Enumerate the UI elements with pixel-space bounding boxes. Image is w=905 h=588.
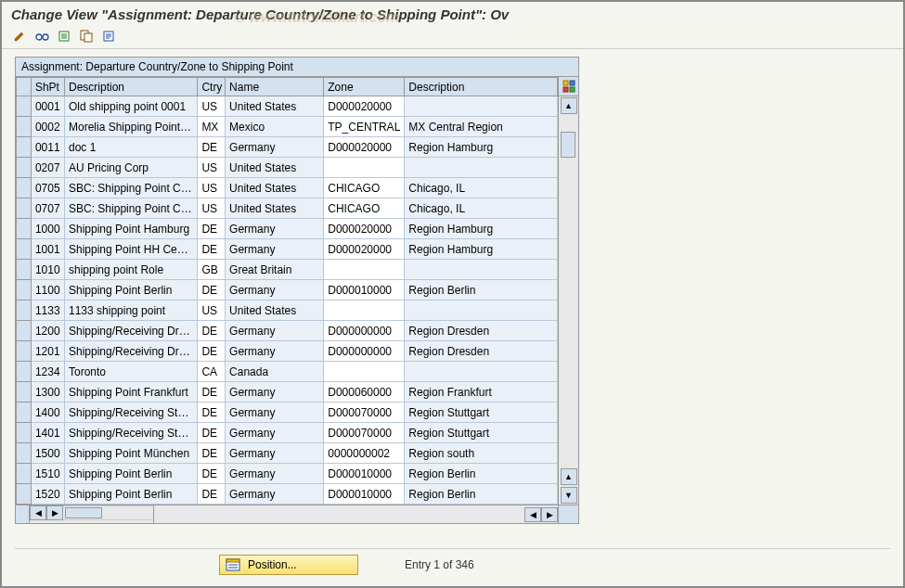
cell-name[interactable]: Germany — [226, 239, 324, 260]
cell-zone[interactable]: D000000000 — [324, 341, 405, 362]
copy-as-button[interactable] — [78, 28, 95, 45]
row-selector[interactable] — [17, 341, 32, 362]
cell-zone[interactable]: CHICAGO — [324, 198, 405, 219]
position-button[interactable]: Position... — [219, 555, 358, 575]
cell-zone[interactable]: D000000000 — [324, 321, 405, 341]
cell-zone[interactable]: D000020000 — [324, 96, 405, 117]
table-row[interactable]: 1100Shipping Point BerlinDEGermanyD00001… — [17, 280, 558, 300]
table-row[interactable]: 1401Shipping/Receiving Stutt..DEGermanyD… — [17, 423, 558, 443]
cell-zone[interactable] — [324, 362, 405, 382]
cell-description1[interactable]: Shipping/Receiving Stutt.. — [65, 423, 198, 443]
new-entries-button[interactable] — [56, 28, 72, 45]
cell-shpt[interactable]: 1133 — [31, 300, 64, 321]
cell-ctry[interactable]: US — [198, 178, 226, 198]
cell-description2[interactable]: Region Hamburg — [405, 219, 558, 239]
table-settings-button[interactable] — [558, 77, 578, 96]
cell-description2[interactable] — [405, 158, 558, 178]
cell-zone[interactable]: CHICAGO — [324, 178, 405, 198]
cell-shpt[interactable]: 0002 — [31, 117, 64, 137]
table-row[interactable]: 1001Shipping Point HH Cent…DEGermanyD000… — [17, 239, 558, 260]
cell-description2[interactable]: Region south — [405, 443, 558, 464]
table-row[interactable]: 1500Shipping Point MünchenDEGermany00000… — [17, 443, 558, 464]
cell-shpt[interactable]: 1201 — [31, 341, 64, 362]
cell-zone[interactable]: 0000000002 — [324, 443, 405, 464]
column-zone[interactable]: Zone — [324, 78, 405, 96]
row-selector[interactable] — [17, 464, 32, 484]
cell-description1[interactable]: 1133 shipping point — [65, 300, 198, 321]
cell-ctry[interactable]: DE — [198, 423, 226, 443]
cell-ctry[interactable]: US — [198, 158, 226, 178]
cell-ctry[interactable]: US — [198, 198, 226, 219]
table-row[interactable]: 0707SBC: Shipping Point Chi…USUnited Sta… — [17, 198, 558, 219]
cell-description1[interactable]: Shipping/Receiving Stutt.. — [65, 403, 198, 423]
cell-description2[interactable]: Chicago, IL — [405, 198, 558, 219]
column-name[interactable]: Name — [226, 78, 324, 96]
cell-name[interactable]: Germany — [226, 341, 324, 362]
cell-name[interactable]: Germany — [226, 137, 324, 158]
cell-description1[interactable]: Toronto — [65, 362, 198, 382]
cell-name[interactable]: Germany — [226, 443, 324, 464]
cell-description1[interactable]: Morelia Shipping Point H.. — [65, 117, 198, 137]
table-row[interactable]: 1234TorontoCACanada — [17, 362, 558, 382]
assignment-table[interactable]: ShPt Description Ctry Name Zone Descript… — [16, 77, 558, 505]
cell-shpt[interactable]: 0001 — [31, 96, 64, 117]
cell-shpt[interactable]: 1234 — [31, 362, 64, 382]
cell-name[interactable]: Germany — [226, 464, 324, 484]
cell-shpt[interactable]: 0011 — [31, 137, 64, 158]
row-selector[interactable] — [17, 423, 32, 443]
cell-zone[interactable]: D000060000 — [324, 382, 405, 403]
row-selector[interactable] — [17, 300, 32, 321]
cell-shpt[interactable]: 1010 — [31, 260, 64, 280]
cell-shpt[interactable]: 1520 — [31, 484, 64, 505]
cell-name[interactable]: Germany — [226, 403, 324, 423]
row-selector[interactable] — [17, 484, 32, 505]
column-description2[interactable]: Description — [405, 78, 558, 96]
cell-shpt[interactable]: 1200 — [31, 321, 64, 341]
column-shpt[interactable]: ShPt — [31, 78, 64, 96]
cell-description2[interactable] — [405, 96, 558, 117]
cell-zone[interactable]: D000070000 — [324, 403, 405, 423]
cell-name[interactable]: Germany — [226, 382, 324, 403]
cell-ctry[interactable]: DE — [198, 137, 226, 158]
cell-description1[interactable]: SBC: Shipping Point Chi… — [65, 178, 198, 198]
cell-description2[interactable]: Region Hamburg — [405, 137, 558, 158]
cell-shpt[interactable]: 1500 — [31, 443, 64, 464]
hscroll-thumb[interactable] — [65, 507, 102, 518]
cell-zone[interactable]: D000010000 — [324, 484, 405, 505]
cell-name[interactable]: Germany — [226, 280, 324, 300]
table-row[interactable]: 1510Shipping Point BerlinDEGermanyD00001… — [17, 464, 558, 484]
row-selector[interactable] — [17, 382, 32, 403]
cell-description1[interactable]: AU Pricing Corp — [65, 158, 198, 178]
cell-zone[interactable]: D000010000 — [324, 464, 405, 484]
vscroll-thumb[interactable] — [561, 132, 575, 158]
cell-name[interactable]: Mexico — [226, 117, 324, 137]
cell-description1[interactable]: Shipping Point München — [65, 443, 198, 464]
row-selector[interactable] — [17, 321, 32, 341]
row-selector[interactable] — [17, 239, 32, 260]
cell-zone[interactable]: D000070000 — [324, 423, 405, 443]
hscroll-left-button[interactable]: ◀ — [30, 505, 46, 520]
cell-ctry[interactable]: DE — [198, 403, 226, 423]
cell-shpt[interactable]: 1001 — [31, 239, 64, 260]
row-selector[interactable] — [17, 260, 32, 280]
row-selector[interactable] — [17, 198, 32, 219]
cell-description2[interactable]: Region Berlin — [405, 484, 558, 505]
row-selector[interactable] — [17, 362, 32, 382]
cell-zone[interactable]: D000020000 — [324, 239, 405, 260]
cell-ctry[interactable]: DE — [198, 239, 226, 260]
cell-zone[interactable]: D000010000 — [324, 280, 405, 300]
cell-zone[interactable]: D000020000 — [324, 219, 405, 239]
cell-description2[interactable] — [405, 260, 558, 280]
table-row[interactable]: 0705SBC: Shipping Point Chi…USUnited Sta… — [17, 178, 558, 198]
cell-description1[interactable]: SBC: Shipping Point Chi… — [65, 198, 198, 219]
cell-shpt[interactable]: 0705 — [31, 178, 64, 198]
row-selector[interactable] — [17, 178, 32, 198]
horizontal-scrollbar[interactable]: ◀ ▶ ◀ ▶ — [16, 505, 578, 523]
cell-zone[interactable] — [324, 300, 405, 321]
cell-ctry[interactable]: GB — [198, 260, 226, 280]
cell-name[interactable]: Canada — [226, 362, 324, 382]
cell-name[interactable]: United States — [226, 300, 324, 321]
cell-ctry[interactable]: US — [198, 96, 226, 117]
cell-description2[interactable]: Chicago, IL — [405, 178, 558, 198]
cell-ctry[interactable]: DE — [198, 219, 226, 239]
